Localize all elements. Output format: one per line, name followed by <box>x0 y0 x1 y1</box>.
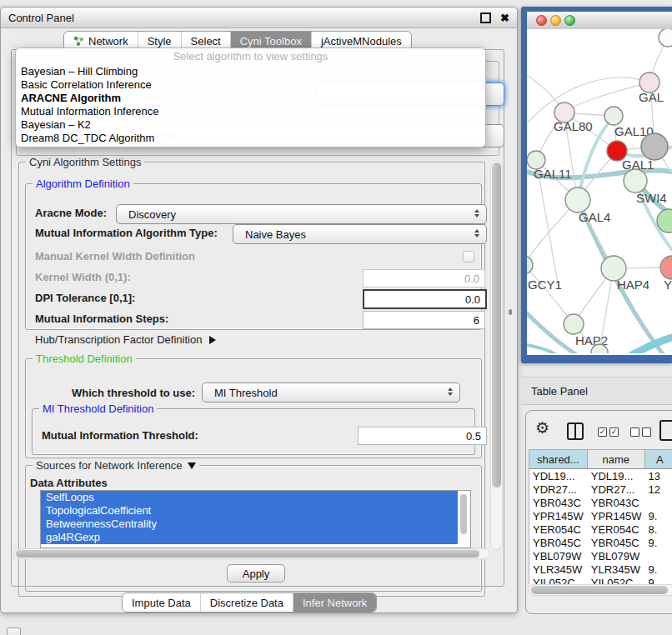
attribute-list-item[interactable]: SelfLoops <box>41 491 458 504</box>
algorithm-option[interactable]: Mutual Information Inference <box>16 105 485 118</box>
network-edge[interactable] <box>527 265 574 324</box>
node-label: HAP4 <box>617 278 649 292</box>
manual-kernel-checkbox[interactable] <box>463 251 474 262</box>
table-cell: 13 <box>645 469 672 482</box>
checkbox-checked-icon: ✓ <box>609 428 619 437</box>
table-cell: 9. <box>645 509 672 522</box>
deselect-all-columns-button[interactable] <box>630 428 651 437</box>
tab-label: Infer Network <box>303 597 367 609</box>
float-window-icon[interactable] <box>480 12 491 23</box>
apply-label: Apply <box>243 568 270 580</box>
table-row[interactable]: YDL19...YDL19...13 <box>529 469 672 482</box>
dpi-tolerance-field[interactable]: 0.0 <box>363 289 487 309</box>
algorithm-dropdown-list: Select algorithm to view settings Bayesi… <box>15 48 486 148</box>
minimize-traffic-light-icon[interactable] <box>550 15 561 26</box>
column-header-name[interactable]: name <box>588 450 645 468</box>
network-edge[interactable] <box>527 345 557 353</box>
control-panel-window: Control Panel ✖ NetworkStyleSelectCyni T… <box>0 7 518 613</box>
chevron-right-icon <box>209 336 216 344</box>
table-horizontal-scrollbar[interactable] <box>529 584 672 596</box>
close-traffic-light-icon[interactable] <box>536 15 547 26</box>
node-table[interactable]: shared...nameA YDL19...YDL19...13YDR27..… <box>529 449 672 584</box>
algorithm-option[interactable]: Basic Correlation Inference <box>16 78 485 92</box>
which-threshold-value: MI Threshold <box>214 387 278 399</box>
node-label: SWI4 <box>636 191 667 205</box>
table-cell <box>645 496 672 509</box>
list-scrollbar[interactable] <box>459 492 468 544</box>
sources-toggle[interactable]: Sources for Network Inference <box>33 459 199 472</box>
network-node-hap2[interactable] <box>564 314 584 334</box>
apply-button[interactable]: Apply <box>227 564 285 582</box>
hub-definition-toggle[interactable]: Hub/Transcription Factor Definition <box>35 333 216 346</box>
table-cell: YDR27... <box>529 482 588 496</box>
node-label: GCY1 <box>528 278 562 292</box>
network-view-window: GALGAL80GAL10GAL1GAL11SWI4GAL4GCY1HAP4YH… <box>521 7 672 363</box>
table-panel-window: ⚙ ✓ ✓ shared...nameA YDL19...YDL19...13Y… <box>525 410 672 614</box>
attribute-list-item[interactable]: TopologicalCoefficient <box>41 504 458 518</box>
table-cell: YBR043C <box>529 496 588 509</box>
mi-threshold-value: 0.5 <box>466 430 481 442</box>
horizontal-scrollbar[interactable] <box>13 548 490 559</box>
column-header-shared[interactable]: shared... <box>529 450 588 468</box>
table-row[interactable]: YLR345WYLR345W9. <box>529 562 672 576</box>
table-cell: YIL052C <box>588 576 645 584</box>
network-node[interactable] <box>659 29 672 47</box>
split-pane-handle[interactable] <box>509 309 512 315</box>
table-row[interactable]: YIL052CYIL052C9 <box>529 576 672 584</box>
table-row[interactable]: YBR043CYBR043C <box>529 496 672 509</box>
table-panel-titlebar: Table Panel <box>521 377 672 405</box>
tab-discretize-data[interactable]: Discretize Data <box>200 593 293 612</box>
algorithm-option[interactable]: Bayesian – Hill Climbing <box>16 65 485 78</box>
document-icon[interactable] <box>659 420 672 441</box>
gear-icon[interactable]: ⚙ <box>535 420 549 436</box>
algorithm-option[interactable]: Dream8 DC_TDC Algorithm <box>16 132 485 145</box>
attribute-list-item[interactable]: BetweennessCentrality <box>41 518 458 531</box>
network-window-titlebar[interactable] <box>527 12 672 30</box>
network-node-y[interactable] <box>660 256 672 279</box>
zoom-traffic-light-icon[interactable] <box>564 15 575 26</box>
close-icon[interactable]: ✖ <box>500 12 509 24</box>
aracne-mode-value: Discovery <box>128 208 176 221</box>
dropdown-items: Bayesian – Hill ClimbingBasic Correlatio… <box>16 65 485 145</box>
network-node-gal10[interactable] <box>604 107 623 125</box>
network-node-gcy1[interactable] <box>527 256 533 274</box>
mi-steps-label: Mutual Information Steps: <box>35 312 168 325</box>
mi-steps-field[interactable]: 6 <box>363 311 485 329</box>
algorithm-option[interactable]: ARACNE Algorithm <box>16 92 485 105</box>
table-row[interactable]: YDR27...YDR27...12 <box>529 482 672 496</box>
tab-infer-network[interactable]: Infer Network <box>293 593 376 612</box>
network-node-gal4[interactable] <box>565 188 590 212</box>
table-row[interactable]: YBL079WYBL079W <box>529 549 672 562</box>
table-row[interactable]: YBR045CYBR045C9. <box>529 536 672 549</box>
chevron-updown-icon <box>474 229 479 238</box>
table-cell: YBR045C <box>588 536 645 549</box>
table-cell: 9. <box>645 536 672 549</box>
kernel-width-label: Kernel Width (0,1): <box>35 271 131 283</box>
columns-icon[interactable] <box>567 422 584 440</box>
table-row[interactable]: YER054CYER054C8. <box>529 522 672 536</box>
algorithm-option[interactable]: Bayesian – K2 <box>16 118 485 132</box>
vertical-scrollbar[interactable] <box>490 160 503 550</box>
network-tab-icon <box>73 36 84 47</box>
which-threshold-select[interactable]: MI Threshold <box>202 382 460 402</box>
attribute-list-item[interactable]: gal4RGexp <box>41 531 458 544</box>
mi-threshold-field[interactable]: 0.5 <box>358 427 487 445</box>
network-node-swi4[interactable] <box>624 169 647 192</box>
data-attributes-list[interactable]: SelfLoopsTopologicalCoefficientBetweenne… <box>40 490 471 548</box>
dropdown-placeholder: Select algorithm to view settings <box>16 48 485 65</box>
network-node[interactable] <box>641 133 668 160</box>
mi-algorithm-type-select[interactable]: Naive Bayes <box>233 224 487 244</box>
kernel-width-field[interactable]: 0.0 <box>363 269 485 288</box>
network-canvas[interactable]: GALGAL80GAL10GAL1GAL11SWI4GAL4GCY1HAP4YH… <box>527 29 672 355</box>
chevron-down-icon <box>188 462 196 469</box>
table-row[interactable]: YPR145WYPR145W9. <box>529 509 672 522</box>
checkbox-checked-icon: ✓ <box>598 428 607 437</box>
restore-panel-button[interactable] <box>7 628 21 635</box>
sources-title: Sources for Network Inference <box>36 459 183 472</box>
node-label: GAL11 <box>534 167 572 181</box>
select-all-columns-button[interactable]: ✓ ✓ <box>598 428 619 437</box>
dpi-tolerance-label: DPI Tolerance [0,1]: <box>35 292 135 304</box>
tab-impute-data[interactable]: Impute Data <box>123 593 200 612</box>
aracne-mode-select[interactable]: Discovery <box>116 204 487 224</box>
column-header-A[interactable]: A <box>645 450 672 468</box>
